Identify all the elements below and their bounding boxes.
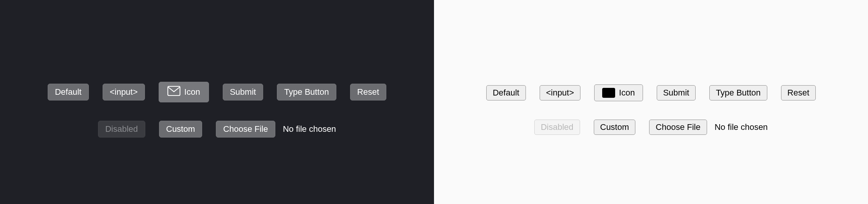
placeholder-icon xyxy=(602,88,615,98)
disabled-button: Disabled xyxy=(534,120,580,135)
file-status-label: No file chosen xyxy=(715,122,768,132)
icon-button-label: Icon xyxy=(184,87,200,97)
dark-panel: Default <input> Icon Submit Type Button … xyxy=(0,0,434,204)
default-button[interactable]: Default xyxy=(48,84,89,100)
light-panel: Default <input> Icon Submit Type Button … xyxy=(434,0,868,204)
dark-row-2: Disabled Custom Choose File No file chos… xyxy=(98,121,336,138)
submit-button[interactable]: Submit xyxy=(223,84,263,100)
input-button[interactable]: <input> xyxy=(103,84,145,100)
default-button[interactable]: Default xyxy=(486,85,526,100)
reset-button[interactable]: Reset xyxy=(350,84,386,100)
envelope-icon xyxy=(167,86,180,98)
file-status-label: No file chosen xyxy=(283,124,336,134)
light-row-1: Default <input> Icon Submit Type Button … xyxy=(486,84,816,101)
choose-file-button[interactable]: Choose File xyxy=(216,121,275,138)
icon-button[interactable]: Icon xyxy=(594,84,643,101)
icon-button[interactable]: Icon xyxy=(159,82,209,102)
dark-row-1: Default <input> Icon Submit Type Button … xyxy=(48,82,386,102)
type-button[interactable]: Type Button xyxy=(277,84,336,100)
reset-button[interactable]: Reset xyxy=(781,85,816,100)
choose-file-button[interactable]: Choose File xyxy=(649,120,707,135)
submit-button[interactable]: Submit xyxy=(657,85,696,100)
svg-rect-0 xyxy=(168,86,180,96)
custom-button[interactable]: Custom xyxy=(594,120,636,135)
light-row-2: Disabled Custom Choose File No file chos… xyxy=(534,120,768,135)
custom-button[interactable]: Custom xyxy=(159,121,203,138)
input-button[interactable]: <input> xyxy=(540,85,580,100)
type-button[interactable]: Type Button xyxy=(709,85,767,100)
disabled-button: Disabled xyxy=(98,121,145,138)
icon-button-label: Icon xyxy=(619,88,635,98)
